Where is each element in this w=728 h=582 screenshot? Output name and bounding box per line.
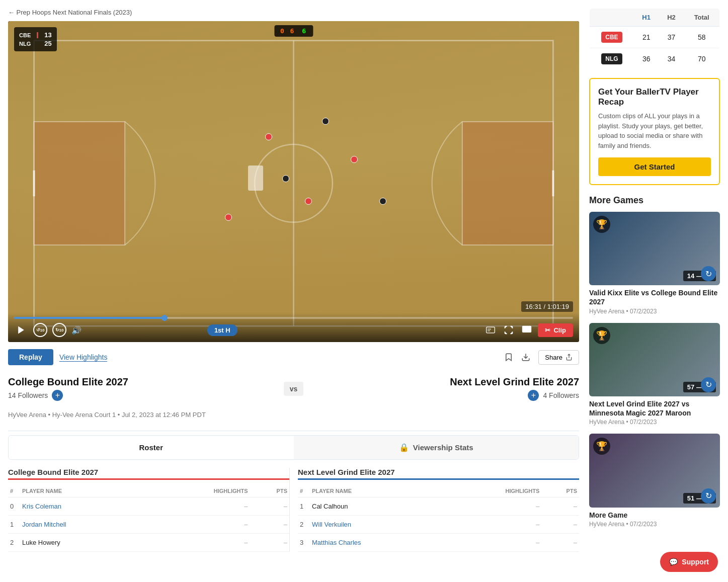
game-card[interactable]: 🏆 14 — 51 ↻ Valid Kixx Elite vs College … (589, 212, 720, 315)
video-time: 16:31 / 1:01:19 (521, 301, 573, 312)
team2-info: Next Level Grind Elite 2027 4 Followers … (311, 376, 579, 401)
table-row: 0 Kris Coleman – – (8, 497, 289, 516)
roster-section: College Bound Elite 2027 # PLAYER NAME H… (8, 468, 579, 552)
col-player-header: PLAYER NAME (20, 485, 148, 497)
svg-marker-7 (18, 326, 24, 334)
team2-roster: Next Level Grind Elite 2027 # PLAYER NAM… (289, 468, 579, 552)
tab-roster[interactable]: Roster (9, 436, 294, 459)
col-pts-header2: PTS (541, 485, 579, 497)
promo-description: Custom clips of ALL your plays in a play… (598, 111, 711, 150)
table-row: 2 Luke Howery – – (8, 534, 289, 552)
table-row: CBE 21 37 58 (590, 27, 720, 48)
team1-followers: 14 Followers (8, 391, 48, 399)
pip-button[interactable] (520, 323, 534, 337)
game-card[interactable]: 🏆 57 — 23 ↻ Next Level Grind Elite 2027 … (589, 323, 720, 426)
col-highlights-header2: HIGHLIGHTS (445, 485, 541, 497)
support-button[interactable]: 💬 Support (660, 552, 718, 560)
team2-roster-title: Next Level Grind Elite 2027 (298, 468, 579, 480)
game-card-meta: HyVee Arena • 07/2/2023 (589, 419, 720, 426)
promo-box: Get Your BallerTV Player Recap Custom cl… (589, 78, 720, 185)
table-row: 3 Matthias Charles – – (298, 534, 579, 552)
video-controls: ↺10 ↻10 🔊 1st H (8, 313, 579, 342)
volume-button[interactable]: 🔊 (71, 325, 82, 335)
share-button[interactable]: Share (538, 350, 579, 365)
table-row: 1 Cal Calhoun – – (298, 497, 579, 516)
svg-rect-12 (527, 329, 531, 332)
game-card-title: More Game (589, 511, 720, 520)
championship-icon: 🏆 (593, 216, 610, 233)
team2-abbr: NLG (19, 41, 31, 47)
team2-followers: 4 Followers (543, 391, 579, 399)
replay-button[interactable]: Replay (8, 349, 53, 365)
promo-title: Get Your BallerTV Player Recap (598, 87, 711, 107)
game-card-title: Next Level Grind Elite 2027 vs Minnesota… (589, 399, 720, 418)
col-num-header2: # (298, 485, 310, 497)
col-pts-header: PTS (250, 485, 289, 497)
progress-bar[interactable] (14, 317, 573, 319)
score-h1-header: H1 (634, 9, 659, 27)
score-table: H1 H2 Total CBE 21 37 58 NLG 36 34 70 (589, 8, 720, 70)
lock-icon: 🔒 (399, 443, 409, 452)
view-highlights-link[interactable]: View Highlights (59, 353, 107, 362)
team2-score: 25 (44, 40, 51, 47)
championship-icon: 🏆 (593, 438, 610, 455)
score-total-header: Total (684, 9, 719, 27)
table-row: 1 Jordan Mitchell – – (8, 516, 289, 534)
team1-info: College Bound Elite 2027 14 Followers + (8, 376, 276, 401)
rewind-10-button[interactable]: ↺10 (33, 323, 47, 337)
team1-abbr: CBE (19, 32, 31, 38)
forward-10-button[interactable]: ↻10 (52, 323, 66, 337)
table-row: NLG 36 34 70 (590, 48, 720, 70)
back-link[interactable]: ← Prep Hoops Next National Finals (2023) (8, 9, 132, 16)
game-refresh-button[interactable]: ↻ (701, 377, 716, 392)
scoreboard-overlay: CBE 13 NLG 25 (14, 27, 57, 51)
game-info: HyVee Arena • Hy-Vee Arena Court 1 • Jul… (8, 407, 579, 427)
team2-name: Next Level Grind Elite 2027 (311, 376, 579, 388)
tabs-bar: Roster 🔒 Viewership Stats (8, 435, 579, 460)
vs-badge: vs (284, 382, 304, 396)
col-highlights-header: HIGHLIGHTS (148, 485, 250, 497)
tab-viewership[interactable]: 🔒 Viewership Stats (294, 436, 579, 459)
col-player-header2: PLAYER NAME (310, 485, 445, 497)
game-card-meta: HyVee Arena • 07/2/2023 (589, 521, 720, 528)
period-badge: 1st H (207, 324, 237, 336)
team1-roster: College Bound Elite 2027 # PLAYER NAME H… (8, 468, 289, 552)
team2-follow-button[interactable]: + (528, 390, 539, 401)
team1-roster-title: College Bound Elite 2027 (8, 468, 289, 480)
video-player: CBE 13 NLG 25 0 6 6 (8, 21, 579, 342)
col-num-header: # (8, 485, 20, 497)
video-actions: Replay View Highlights Share (8, 342, 579, 370)
game-refresh-button[interactable]: ↻ (701, 488, 716, 504)
score-h2-header: H2 (659, 9, 684, 27)
fullscreen-button[interactable] (502, 323, 516, 337)
game-card-title: Valid Kixx Elite vs College Bound Elite … (589, 288, 720, 306)
subtitles-button[interactable] (483, 323, 498, 337)
clip-button[interactable]: ✂ Clip (538, 323, 573, 337)
teams-section: College Bound Elite 2027 14 Followers + … (8, 370, 579, 407)
get-started-button[interactable]: Get Started (598, 157, 711, 176)
bookmark-button[interactable] (504, 353, 513, 362)
game-card[interactable]: 🏆 51 — 22 ↻ More Game HyVee Arena • 07/2… (589, 434, 720, 527)
play-button[interactable] (14, 323, 28, 337)
team1-name: College Bound Elite 2027 (8, 376, 276, 388)
table-row: 2 Will Verkuilen – – (298, 516, 579, 534)
game-card-meta: HyVee Arena • 07/2/2023 (589, 308, 720, 315)
championship-icon: 🏆 (593, 327, 610, 344)
sidebar: H1 H2 Total CBE 21 37 58 NLG 36 34 70 Ge… (589, 8, 720, 552)
svg-rect-8 (487, 327, 495, 334)
more-games-title: More Games (589, 195, 720, 206)
team1-score: 13 (44, 31, 51, 39)
team1-follow-button[interactable]: + (52, 390, 63, 401)
download-button[interactable] (521, 353, 530, 362)
